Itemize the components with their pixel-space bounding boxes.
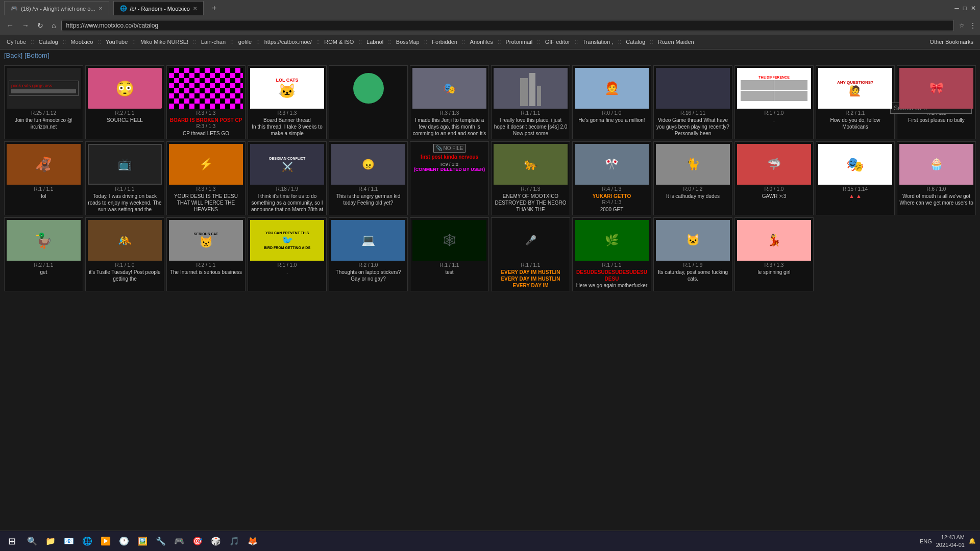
tab1-favicon: 🎮 <box>11 5 18 12</box>
start-button[interactable]: ⊞ <box>4 534 20 535</box>
item13-stats: R:1 / 1:1 <box>34 186 54 192</box>
bookmark-gif-editor[interactable]: GIF editor <box>543 38 573 46</box>
taskbar-icons: 🔍 📁 📧 🌐 ▶️ 🕐 🖼️ 🔧 🎮 🎯 🎲 🎵 🦊 <box>24 533 261 535</box>
bookmark-catalog2[interactable]: Catalog <box>623 38 648 46</box>
bookmark-miko[interactable]: Miko Miko NURSE! <box>138 38 191 46</box>
catalog-item-34[interactable]: 💃 R:3 / 1:3 le spinning girl <box>734 217 814 291</box>
item7-stats: R:1 / 1:1 <box>521 110 541 116</box>
bookmark-youtube[interactable]: YouTube <box>103 38 130 46</box>
close-button[interactable]: ✕ <box>971 5 976 12</box>
forward-button[interactable]: → <box>19 20 32 31</box>
page-content: [Back] [Bottom] pock eats gargs ass R:25… <box>0 49 980 534</box>
taskbar-play[interactable]: ▶️ <box>97 533 114 535</box>
catalog-item-19[interactable]: 🐆 R:7 / 1:3 ENEMY OF MOOTXICO DESTROYED … <box>491 141 570 215</box>
catalog-item-30[interactable]: 🕸️ R:1 / 1:1 test <box>410 217 489 291</box>
item11-text: How do you do, fellow Mootxicans <box>818 117 892 130</box>
taskbar-game1[interactable]: 🎮 <box>171 533 187 535</box>
taskbar-music[interactable]: 🎵 <box>226 533 242 535</box>
catalog-item-27[interactable]: SERIOUS CAT 😾 R:2 / 1:1 The Internet is … <box>166 217 246 291</box>
bookmark-romiso[interactable]: ROM & ISO <box>322 38 356 46</box>
catalog-item-1[interactable]: pock eats gargs ass R:25 / 1:12 Join the… <box>4 65 83 139</box>
catalog-item-15[interactable]: ⚡ R:3 / 1:3 YOUR DESU IS THE DESU THAT W… <box>166 141 246 215</box>
catalog-item-6[interactable]: 🎭 R:3 / 1:3 I made this Junji Ito templa… <box>410 65 489 139</box>
catalog-item-5[interactable] <box>329 65 408 139</box>
catalog-item-28[interactable]: YOU CAN PREVENT THIS 🐦 BIRD FROM GETTING… <box>248 217 327 291</box>
catalog-item-23[interactable]: 🎭 R:15 / 1:14 ▲ ▲ <box>816 141 895 215</box>
refresh-button[interactable]: ↻ <box>35 20 46 31</box>
bookmark-lain[interactable]: Lain-chan <box>199 38 228 46</box>
bookmark-gofile[interactable]: gofile <box>236 38 254 46</box>
catalog-item-31[interactable]: 🎤 R:1 / 1:1 EVERY DAY IM HUSTLIN EVERY D… <box>491 217 570 291</box>
bookmark-protonmail[interactable]: Protonmail <box>503 38 535 46</box>
catalog-item-10[interactable]: THE DIFFERENCE R:1 / 1:0 . <box>734 65 814 139</box>
bookmark-bossmap[interactable]: BossMap <box>394 38 422 46</box>
new-tab-button[interactable]: + <box>212 4 216 13</box>
maximize-button[interactable]: □ <box>963 5 967 12</box>
catalog-item-14[interactable]: 📺 R:1 / 1:1 Today, I was driving on back… <box>85 141 164 215</box>
item10-stats: R:1 / 1:0 <box>765 110 784 116</box>
item1-stats: R:25 / 1:12 <box>31 110 56 116</box>
catalog-item-12[interactable]: 🎀 R:2 / 1:1 First post please no bully <box>897 65 976 139</box>
taskbar-files[interactable]: 📁 <box>42 533 59 535</box>
nav-bottom[interactable]: [Bottom] <box>24 52 49 59</box>
catalog-item-22[interactable]: 🦈 R:0 / 1:0 GAWR >:3 <box>734 141 814 215</box>
catalog-item-24[interactable]: 🧁 R:6 / 1:0 Word of mouth is all we've g… <box>897 141 976 215</box>
catalog-item-17[interactable]: 😠 R:4 / 1:1 This is the angry german kid… <box>329 141 408 215</box>
catalog-item-20[interactable]: 🎌 R:4 / 1:3 YUKARI GETTO R:4 / 1:3 2000 … <box>572 141 651 215</box>
catalog-item-7[interactable]: R:1 / 1:1 I really love this place, i ju… <box>491 65 570 139</box>
catalog-item-13[interactable]: 🦧 R:1 / 1:1 lol <box>4 141 83 215</box>
item33-stats: R:1 / 1:9 <box>683 262 703 268</box>
catalog-item-18[interactable]: 📎 NO FILE first post kinda nervous R:9 /… <box>410 141 489 215</box>
item19-text: ENEMY OF MOOTXICO DESTROYED BY THE NEGRO… <box>494 193 568 213</box>
tab-1[interactable]: 🎮 (16) /v/ - Alright which one o... ✕ <box>4 1 109 15</box>
catalog-item-9[interactable]: R:16 / 1:11 Video Game thread What have … <box>653 65 732 139</box>
home-button[interactable]: ⌂ <box>49 20 58 31</box>
bookmark-catalog[interactable]: Catalog <box>36 38 61 46</box>
catalog-item-33[interactable]: 🐱 R:1 / 1:9 Its caturday, post some fuck… <box>653 217 732 291</box>
back-button[interactable]: ← <box>4 20 16 31</box>
tab2-close[interactable]: ✕ <box>193 6 197 11</box>
taskbar-search[interactable]: 🔍 <box>24 533 40 535</box>
item24-stats: R:6 / 1:0 <box>927 186 946 192</box>
bookmark-rozen[interactable]: Rozen Maiden <box>655 38 697 46</box>
catalog-item-21[interactable]: 🐈 R:0 / 1:2 It is cathuday my dudes <box>653 141 732 215</box>
taskbar-browser[interactable]: 🌐 <box>79 533 95 535</box>
bookmark-star[interactable]: ☆ <box>959 22 965 29</box>
item15-text: YOUR DESU IS THE DESU THAT WILL PIERCE T… <box>169 193 243 213</box>
taskbar-game2[interactable]: 🎯 <box>189 533 206 535</box>
taskbar-steam[interactable]: 🎲 <box>208 533 224 535</box>
taskbar-mail[interactable]: 📧 <box>61 533 77 535</box>
url-bar[interactable] <box>61 20 954 31</box>
taskbar-tool[interactable]: 🔧 <box>153 533 169 535</box>
catalog-item-29[interactable]: 💻 R:2 / 1:0 Thoughts on laptop stickers?… <box>329 217 408 291</box>
catalog-item-3[interactable]: R:3 / 1:3 BOARD IS BROKEN POST CP R:3 / … <box>166 65 246 139</box>
bookmark-translation[interactable]: Translation , <box>580 38 616 46</box>
item2-text: SOURCE HELL <box>107 117 143 123</box>
bookmark-catbox[interactable]: https://catbox.moe/ <box>262 38 314 46</box>
tab1-close[interactable]: ✕ <box>99 6 103 11</box>
bookmark-other[interactable]: Other Bookmarks <box>927 38 976 46</box>
minimize-button[interactable]: ─ <box>954 5 959 12</box>
item22-text: GAWR >:3 <box>762 193 787 199</box>
catalog-item-26[interactable]: 🤼 R:1 / 1:0 it's Tustle Tuesday! Post pe… <box>85 217 164 291</box>
bookmark-labnol[interactable]: Labnol <box>364 38 386 46</box>
tab-2[interactable]: 🌐 /b/ - Random - Mootxico ✕ <box>113 1 204 15</box>
catalog-item-25[interactable]: 🦆 R:2 / 1:1 get <box>4 217 83 291</box>
nav-back[interactable]: [Back] <box>4 52 22 59</box>
item20-sub-text: 2000 GET <box>600 206 624 213</box>
item23-triangles: ▲ ▲ <box>849 193 862 199</box>
catalog-item-32[interactable]: 🌿 R:1 / 1:1 DESUDESUDESUDESUDESUDESU Her… <box>572 217 651 291</box>
catalog-item-4[interactable]: LOL CATS 🐱 R:3 / 1:3 Board Banner thread… <box>248 65 327 139</box>
taskbar-clock[interactable]: 🕐 <box>116 533 132 535</box>
catalog-item-11[interactable]: ANY QUESTIONS? 🙋 R:2 / 1:1 How do you do… <box>816 65 895 139</box>
catalog-item-8[interactable]: 🧑‍🦰 R:0 / 1:0 He's gonna fine you a mill… <box>572 65 651 139</box>
taskbar-photo[interactable]: 🖼️ <box>134 533 151 535</box>
bookmark-mootxico[interactable]: Mootxico <box>68 38 95 46</box>
taskbar-fox[interactable]: 🦊 <box>244 533 261 535</box>
menu-button[interactable]: ⋮ <box>970 22 976 29</box>
bookmark-anonfiles[interactable]: Anonfiles <box>468 38 496 46</box>
catalog-item-16[interactable]: OBSIDIAN CONFLICT ⚔️ R:18 / 1:9 I think … <box>248 141 327 215</box>
catalog-item-2[interactable]: 😳 R:2 / 1:1 SOURCE HELL <box>85 65 164 139</box>
bookmark-cytube[interactable]: CyTube <box>4 38 29 46</box>
bookmark-forbidden[interactable]: Forbidden <box>429 38 460 46</box>
